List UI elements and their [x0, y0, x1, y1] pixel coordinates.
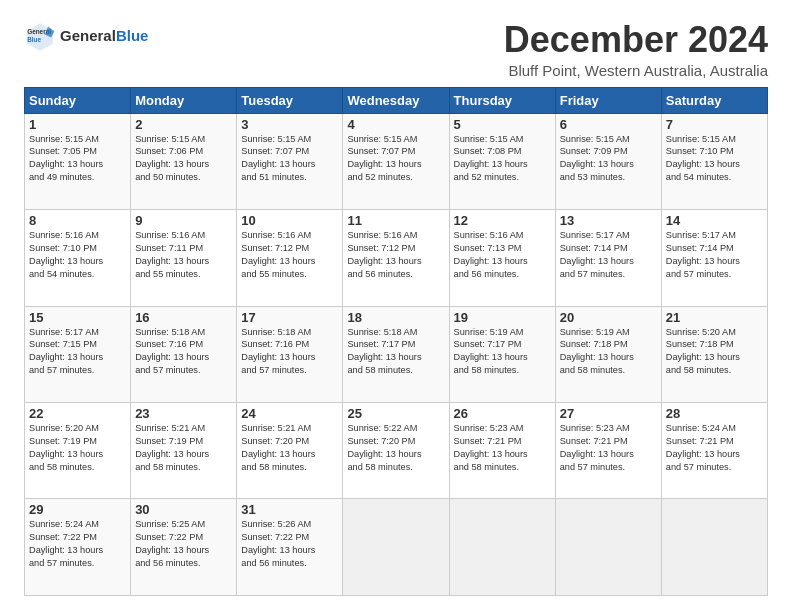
table-row: 27Sunrise: 5:23 AMSunset: 7:21 PMDayligh…: [555, 403, 661, 499]
calendar-subtitle: Bluff Point, Western Australia, Australi…: [504, 62, 768, 79]
table-row: [555, 499, 661, 596]
page: General Blue GeneralBlue December 2024 B…: [0, 0, 792, 612]
table-row: 5Sunrise: 5:15 AMSunset: 7:08 PMDaylight…: [449, 113, 555, 209]
logo-text-block: GeneralBlue: [60, 28, 148, 45]
table-row: 20Sunrise: 5:19 AMSunset: 7:18 PMDayligh…: [555, 306, 661, 402]
table-row: [449, 499, 555, 596]
table-row: 31Sunrise: 5:26 AMSunset: 7:22 PMDayligh…: [237, 499, 343, 596]
table-row: 16Sunrise: 5:18 AMSunset: 7:16 PMDayligh…: [131, 306, 237, 402]
logo-general: General: [60, 27, 116, 44]
table-row: 30Sunrise: 5:25 AMSunset: 7:22 PMDayligh…: [131, 499, 237, 596]
table-row: [661, 499, 767, 596]
col-monday: Monday: [131, 87, 237, 113]
logo: General Blue GeneralBlue: [24, 20, 148, 52]
table-row: 14Sunrise: 5:17 AMSunset: 7:14 PMDayligh…: [661, 210, 767, 306]
table-row: 18Sunrise: 5:18 AMSunset: 7:17 PMDayligh…: [343, 306, 449, 402]
table-row: 10Sunrise: 5:16 AMSunset: 7:12 PMDayligh…: [237, 210, 343, 306]
table-row: 7Sunrise: 5:15 AMSunset: 7:10 PMDaylight…: [661, 113, 767, 209]
table-row: 1Sunrise: 5:15 AMSunset: 7:05 PMDaylight…: [25, 113, 131, 209]
table-row: 2Sunrise: 5:15 AMSunset: 7:06 PMDaylight…: [131, 113, 237, 209]
table-row: 17Sunrise: 5:18 AMSunset: 7:16 PMDayligh…: [237, 306, 343, 402]
table-row: 26Sunrise: 5:23 AMSunset: 7:21 PMDayligh…: [449, 403, 555, 499]
calendar-table: Sunday Monday Tuesday Wednesday Thursday…: [24, 87, 768, 596]
col-sunday: Sunday: [25, 87, 131, 113]
col-wednesday: Wednesday: [343, 87, 449, 113]
col-tuesday: Tuesday: [237, 87, 343, 113]
table-row: 9Sunrise: 5:16 AMSunset: 7:11 PMDaylight…: [131, 210, 237, 306]
header: General Blue GeneralBlue December 2024 B…: [24, 20, 768, 79]
calendar-title: December 2024: [504, 20, 768, 60]
table-row: 23Sunrise: 5:21 AMSunset: 7:19 PMDayligh…: [131, 403, 237, 499]
col-thursday: Thursday: [449, 87, 555, 113]
table-row: 4Sunrise: 5:15 AMSunset: 7:07 PMDaylight…: [343, 113, 449, 209]
table-row: 29Sunrise: 5:24 AMSunset: 7:22 PMDayligh…: [25, 499, 131, 596]
table-row: [343, 499, 449, 596]
table-row: 12Sunrise: 5:16 AMSunset: 7:13 PMDayligh…: [449, 210, 555, 306]
table-row: 15Sunrise: 5:17 AMSunset: 7:15 PMDayligh…: [25, 306, 131, 402]
svg-text:Blue: Blue: [27, 36, 41, 43]
table-row: 6Sunrise: 5:15 AMSunset: 7:09 PMDaylight…: [555, 113, 661, 209]
table-row: 28Sunrise: 5:24 AMSunset: 7:21 PMDayligh…: [661, 403, 767, 499]
table-row: 11Sunrise: 5:16 AMSunset: 7:12 PMDayligh…: [343, 210, 449, 306]
table-row: 24Sunrise: 5:21 AMSunset: 7:20 PMDayligh…: [237, 403, 343, 499]
logo-icon: General Blue: [24, 20, 56, 52]
table-row: 25Sunrise: 5:22 AMSunset: 7:20 PMDayligh…: [343, 403, 449, 499]
table-row: 21Sunrise: 5:20 AMSunset: 7:18 PMDayligh…: [661, 306, 767, 402]
col-saturday: Saturday: [661, 87, 767, 113]
title-block: December 2024 Bluff Point, Western Austr…: [504, 20, 768, 79]
table-row: 8Sunrise: 5:16 AMSunset: 7:10 PMDaylight…: [25, 210, 131, 306]
col-friday: Friday: [555, 87, 661, 113]
table-row: 13Sunrise: 5:17 AMSunset: 7:14 PMDayligh…: [555, 210, 661, 306]
logo-blue: Blue: [116, 27, 149, 44]
table-row: 19Sunrise: 5:19 AMSunset: 7:17 PMDayligh…: [449, 306, 555, 402]
table-row: 3Sunrise: 5:15 AMSunset: 7:07 PMDaylight…: [237, 113, 343, 209]
header-row: Sunday Monday Tuesday Wednesday Thursday…: [25, 87, 768, 113]
table-row: 22Sunrise: 5:20 AMSunset: 7:19 PMDayligh…: [25, 403, 131, 499]
